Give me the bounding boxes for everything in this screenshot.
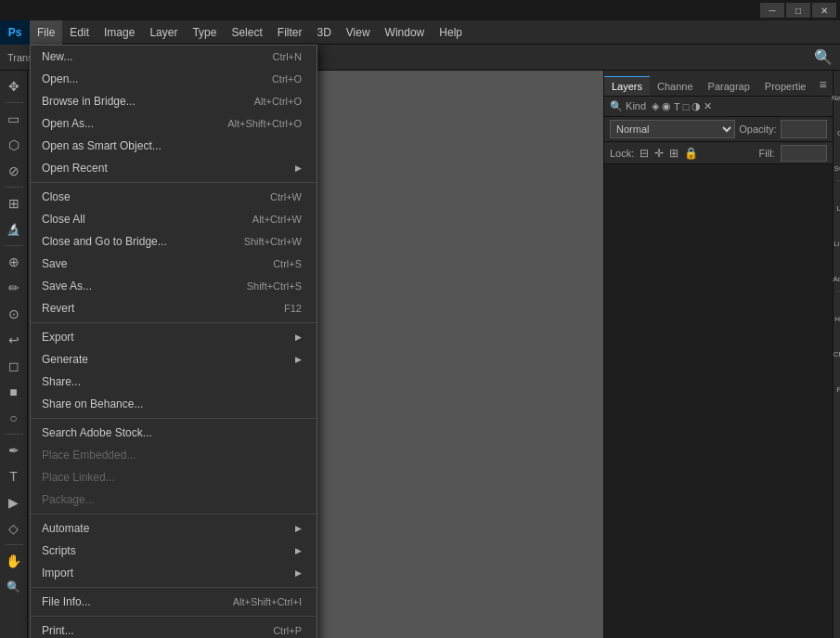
opacity-input[interactable] (781, 120, 827, 138)
tool-stamp[interactable]: ⊙ (2, 302, 26, 326)
menu-3d[interactable]: 3D (309, 20, 338, 45)
file-dropdown-menu: New... Ctrl+N Open... Ctrl+O Browse in B… (30, 45, 317, 638)
fill-input[interactable] (781, 145, 827, 162)
tool-text[interactable]: T (2, 464, 26, 488)
lock-artboard-icon[interactable]: ⊞ (669, 147, 678, 160)
color-panel-btn[interactable]: ◑ Color (834, 110, 840, 141)
blend-mode-select[interactable]: Normal (610, 120, 735, 138)
tool-gradient[interactable]: ■ (2, 380, 26, 404)
layers-content (604, 164, 833, 638)
print-shortcut: Ctrl+P (273, 625, 302, 636)
tab-paragrap[interactable]: Paragrap (701, 76, 757, 96)
menu-place-linked[interactable]: Place Linked... (31, 466, 317, 488)
menu-save-as[interactable]: Save As... Shift+Ctrl+S (31, 275, 317, 297)
menu-search-stock[interactable]: Search Adobe Stock... (31, 422, 317, 444)
navigator-panel-btn[interactable]: ⊞ Navigato (834, 74, 840, 106)
menu-import[interactable]: Import (31, 562, 317, 584)
tab-properties[interactable]: Propertie (757, 76, 814, 96)
menu-type[interactable]: Type (185, 20, 224, 45)
paths-panel-btn[interactable]: ⊾ Paths (834, 366, 840, 397)
tool-separator-1 (5, 102, 23, 103)
menu-share[interactable]: Share... (31, 371, 317, 393)
tool-path-select[interactable]: ▶ (2, 490, 26, 514)
adjustments-panel-btn[interactable]: ◑ Adjustm (834, 255, 840, 287)
tab-channels[interactable]: Channe (650, 76, 701, 96)
menu-generate[interactable]: Generate (31, 348, 317, 371)
menu-close-all[interactable]: Close All Alt+Ctrl+W (31, 208, 317, 230)
tool-pen[interactable]: ✒ (2, 438, 26, 462)
navigator-label: Navigato (832, 95, 840, 102)
menu-open[interactable]: Open... Ctrl+O (31, 68, 317, 90)
browse-bridge-label: Browse in Bridge... (42, 95, 136, 108)
search-icon[interactable]: 🔍 (814, 48, 833, 66)
filter-shape-icon[interactable]: □ (683, 101, 690, 112)
menu-open-recent[interactable]: Open Recent (31, 157, 317, 179)
tool-quick-select[interactable]: ⊘ (2, 159, 26, 183)
open-shortcut: Ctrl+O (272, 73, 302, 85)
lock-move-icon[interactable]: ✛ (654, 147, 664, 160)
lock-checkerboard-icon[interactable]: ⊟ (640, 147, 649, 160)
learn-panel-btn[interactable]: ◎ Learn (834, 185, 840, 216)
tool-zoom[interactable]: 🔍 (2, 575, 26, 599)
menu-edit[interactable]: Edit (62, 20, 97, 45)
menu-layer[interactable]: Layer (142, 20, 185, 45)
menu-open-smart[interactable]: Open as Smart Object... (31, 135, 317, 157)
search-kind-label: 🔍 Kind (610, 100, 646, 112)
panel-menu-icon[interactable]: ≡ (813, 73, 832, 96)
menu-filter[interactable]: Filter (270, 20, 310, 45)
menu-save[interactable]: Save Ctrl+S (31, 253, 317, 275)
menu-package[interactable]: Package... (31, 488, 317, 511)
search-stock-label: Search Adobe Stock... (42, 426, 152, 439)
tool-history-brush[interactable]: ↩ (2, 328, 26, 352)
tool-brush[interactable]: ✏ (2, 276, 26, 300)
menu-file-info[interactable]: File Info... Alt+Shift+Ctrl+I (31, 591, 317, 613)
filter-type-icon[interactable]: T (674, 101, 680, 112)
tool-move[interactable]: ✥ (2, 74, 26, 98)
menu-close-bridge[interactable]: Close and Go to Bridge... Shift+Ctrl+W (31, 230, 317, 253)
tab-layers[interactable]: Layers (604, 76, 650, 96)
menu-automate[interactable]: Automate (31, 517, 317, 540)
tool-shapes[interactable]: ◇ (2, 516, 26, 540)
menu-open-as[interactable]: Open As... Alt+Shift+Ctrl+O (31, 112, 317, 135)
menu-share-behance[interactable]: Share on Behance... (31, 393, 317, 415)
lock-all-icon[interactable]: 🔒 (684, 147, 698, 160)
tool-lasso[interactable]: ⬡ (2, 133, 26, 157)
menu-view[interactable]: View (339, 20, 378, 45)
menu-file[interactable]: File (30, 20, 62, 45)
menu-revert[interactable]: Revert F12 (31, 297, 317, 319)
revert-shortcut: F12 (284, 303, 302, 314)
tool-dodge[interactable]: ○ (2, 406, 26, 430)
menu-scripts[interactable]: Scripts (31, 540, 317, 562)
menu-browse-bridge[interactable]: Browse in Bridge... Alt+Ctrl+O (31, 90, 317, 112)
menu-image[interactable]: Image (97, 20, 142, 45)
restore-button[interactable]: □ (786, 3, 810, 18)
libraries-panel-btn[interactable]: ◉ Librarie (834, 220, 840, 252)
menu-place-embedded[interactable]: Place Embedded... (31, 444, 317, 466)
tool-healing[interactable]: ⊕ (2, 250, 26, 274)
swatches-panel-btn[interactable]: ⊟ Swatch (834, 145, 840, 176)
tool-hand[interactable]: ✋ (2, 549, 26, 573)
menu-window[interactable]: Window (378, 20, 433, 45)
filter-adjustment-icon[interactable]: ◉ (662, 100, 671, 112)
tool-eyedropper[interactable]: 🔬 (2, 217, 26, 241)
menu-close[interactable]: Close Ctrl+W (31, 186, 317, 208)
lock-row: Lock: ⊟ ✛ ⊞ 🔒 Fill: (604, 142, 833, 164)
menu-export[interactable]: Export (31, 326, 317, 348)
menu-print[interactable]: Print... Ctrl+P (31, 619, 317, 638)
title-bar: ─ □ ✕ (0, 0, 840, 20)
left-toolbar: ✥ ▭ ⬡ ⊘ ⊞ 🔬 ⊕ ✏ ⊙ ↩ ◻ ■ ○ ✒ T ▶ ◇ ✋ 🔍 (0, 71, 28, 638)
open-smart-label: Open as Smart Object... (42, 139, 162, 152)
minimize-button[interactable]: ─ (760, 3, 784, 18)
menu-help[interactable]: Help (432, 20, 470, 45)
search-close-icon[interactable]: ✕ (704, 100, 712, 112)
menu-new[interactable]: New... Ctrl+N (31, 46, 317, 68)
menu-select[interactable]: Select (224, 20, 269, 45)
history-panel-btn[interactable]: ⊡ History (834, 295, 840, 327)
tool-crop[interactable]: ⊞ (2, 191, 26, 215)
filter-pixel-icon[interactable]: ◈ (652, 100, 659, 112)
channels-panel-btn[interactable]: ◉ Channe (834, 331, 840, 362)
filter-smart-icon[interactable]: ◑ (691, 100, 701, 112)
close-button[interactable]: ✕ (812, 3, 836, 18)
tool-rect-select[interactable]: ▭ (2, 107, 26, 131)
tool-eraser[interactable]: ◻ (2, 354, 26, 378)
